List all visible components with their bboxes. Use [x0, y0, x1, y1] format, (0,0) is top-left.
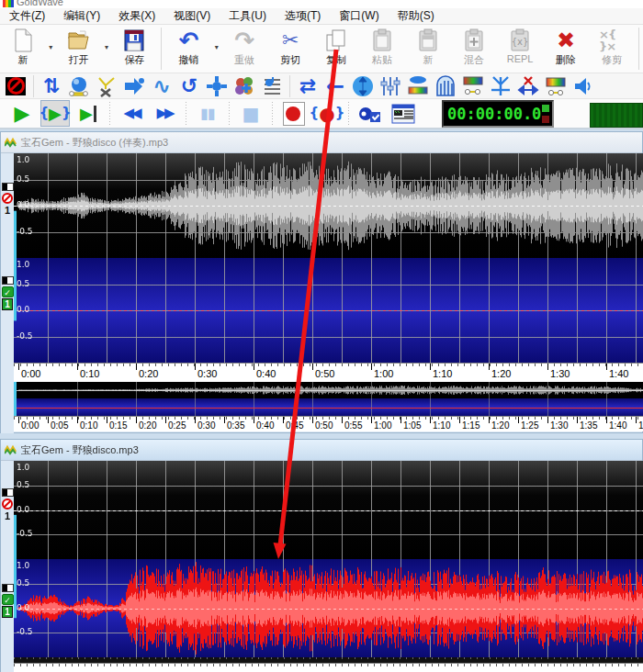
goldwave-app: GoldWave 文件(Z)编辑(Y)效果(X)视图(V)工具(U)选项(T)窗…: [0, 0, 643, 672]
overview-waveform[interactable]: [14, 382, 643, 416]
noise-reduction-effect-icon[interactable]: [516, 74, 540, 97]
undo-button[interactable]: ↶撤销: [165, 27, 211, 72]
channel-selected-icon[interactable]: ✓: [2, 594, 14, 605]
channel-2-controls[interactable]: ✓ 1: [1, 584, 14, 618]
repl-icon: {x}: [507, 28, 533, 52]
redo-button[interactable]: ↷重做: [221, 27, 267, 72]
open-dropdown[interactable]: ▾: [102, 27, 112, 67]
maximize-volume-effect-icon[interactable]: [351, 74, 375, 97]
offset-effect-icon[interactable]: [122, 74, 146, 97]
channel-selected-icon[interactable]: ✓: [2, 286, 14, 297]
ruler-label: 1:30: [550, 420, 568, 431]
time-ruler[interactable]: 0:000:100:200:300:400:501:001:101:201:30…: [14, 363, 643, 382]
playback-device-icon[interactable]: [571, 74, 595, 97]
floppy-icon: [121, 28, 147, 52]
channel-2-controls[interactable]: ✓ 1: [1, 276, 14, 310]
menu-item-2[interactable]: 编辑(Y): [54, 7, 109, 25]
menu-item-3[interactable]: 效果(X): [109, 7, 164, 25]
mechanize-effect-icon[interactable]: [67, 74, 91, 97]
menu-item-5[interactable]: 工具(U): [220, 7, 276, 25]
new-button[interactable]: 新: [0, 27, 46, 72]
equalizer-effect-icon[interactable]: [378, 74, 402, 97]
splitter-effect-icon[interactable]: [489, 74, 513, 97]
menu-item-6[interactable]: 选项(T): [276, 7, 330, 25]
ruler-tick: [489, 364, 490, 370]
spectrum-filter-effect-icon[interactable]: [544, 74, 568, 97]
mix-icon: [461, 28, 487, 52]
fast-forward-button[interactable]: ▶▶: [150, 100, 179, 127]
reverse-effect-icon[interactable]: ↺: [177, 74, 201, 97]
document-1-titlebar[interactable]: 宝石Gem - 野狼disco (伴奏).mp3: [1, 132, 642, 153]
ruler-label: 0:35: [227, 420, 244, 431]
ruler-tick: [254, 364, 254, 370]
cut-button[interactable]: ✂剪切: [267, 27, 313, 72]
dynamics-effect-icon[interactable]: [205, 74, 229, 97]
ruler-tick: [312, 417, 313, 423]
document-window-1: 宝石Gem - 野狼disco (伴奏).mp3 1 ✓ 1: [0, 131, 643, 433]
mix-button[interactable]: 混合: [451, 27, 497, 72]
ruler-label: 0:20: [139, 420, 156, 431]
toolbar-separator: [161, 28, 162, 70]
copy-button[interactable]: 复制: [313, 27, 359, 72]
button-label: 混合: [464, 53, 484, 67]
rewind-button[interactable]: ◀◀: [117, 100, 146, 127]
waveform-channel-2[interactable]: [14, 258, 643, 363]
channel-exchange-effect-icon[interactable]: ⇄: [296, 74, 320, 97]
record-selection-button[interactable]: {●}: [312, 100, 342, 127]
trim-button[interactable]: ×{ }×修剪: [589, 27, 635, 72]
ruler-tick: [18, 417, 19, 423]
button-label: 粘贴: [372, 53, 392, 67]
play-selection-button[interactable]: {▶}: [40, 100, 70, 127]
toolbar-grip: [184, 102, 188, 126]
control-properties-button[interactable]: [389, 100, 418, 127]
open-button[interactable]: 打开: [56, 27, 102, 72]
ruler-label: 0:10: [80, 368, 99, 379]
replace-button[interactable]: {x}REPL: [497, 27, 543, 72]
waveform-channel-2[interactable]: [14, 559, 643, 657]
time-display-lcd: 00:00:00.0: [442, 100, 554, 128]
app-title: GoldWave: [17, 0, 63, 7]
play-to-end-button[interactable]: ▶: [73, 100, 103, 127]
pitch-effect-icon[interactable]: [461, 74, 485, 97]
flanger-effect-icon[interactable]: ∿: [150, 74, 174, 97]
volume-shape-effect-icon[interactable]: [406, 74, 430, 97]
cue-points-icon[interactable]: [260, 74, 284, 97]
delete-icon: ✖: [553, 28, 579, 52]
interpolate-effect-icon[interactable]: [232, 74, 256, 97]
ruler-tick: [342, 417, 343, 423]
paste-button[interactable]: 粘贴: [359, 27, 405, 72]
waveform-channel-1[interactable]: [14, 461, 643, 559]
channel-display-icon: [2, 276, 14, 285]
ruler-label: 1:10: [433, 420, 450, 431]
channel-muted-icon[interactable]: [2, 193, 13, 204]
delete-button[interactable]: ✖删除: [543, 27, 589, 72]
play-button[interactable]: ▶: [7, 100, 37, 127]
monitor-toggle[interactable]: [355, 100, 385, 127]
new-dropdown[interactable]: ▾: [46, 27, 56, 67]
document-2-channel-gutter: 1 ✓ 1: [1, 461, 14, 672]
menu-item-7[interactable]: 窗口(W): [330, 7, 388, 25]
time-ruler-cut[interactable]: [14, 663, 643, 672]
paste-new-button[interactable]: 新: [405, 27, 451, 72]
channel-1-controls[interactable]: 1: [1, 183, 14, 216]
channel-1-controls[interactable]: 1: [1, 488, 14, 521]
menu-item-8[interactable]: 帮助(S): [389, 7, 444, 25]
menu-item-4[interactable]: 视图(V): [164, 7, 220, 25]
ruler-label: 0:10: [80, 420, 97, 431]
reverb-effect-icon[interactable]: [434, 74, 457, 97]
overview-time-ruler[interactable]: 0:000:050:100:150:200:250:300:350:400:45…: [14, 416, 643, 431]
silence-effect-icon[interactable]: [4, 74, 28, 97]
pause-button[interactable]: ▮▮: [193, 100, 222, 127]
ruler-tick: [636, 417, 637, 423]
stop-button[interactable]: ■: [236, 100, 265, 127]
doppler-effect-icon[interactable]: ⇅: [39, 74, 63, 97]
time-shift-effect-icon[interactable]: ←: [323, 74, 347, 97]
undo-dropdown[interactable]: ▾: [211, 27, 221, 67]
waveform-channel-1[interactable]: [14, 153, 643, 258]
channel-muted-icon[interactable]: [2, 498, 13, 510]
record-button[interactable]: [279, 100, 309, 127]
disconnect-effect-icon[interactable]: [95, 74, 118, 97]
document-2-titlebar[interactable]: 宝石Gem - 野狼disco.mp3: [1, 440, 642, 461]
save-button[interactable]: 保存: [111, 27, 157, 72]
menu-item-1[interactable]: 文件(Z): [0, 7, 54, 25]
